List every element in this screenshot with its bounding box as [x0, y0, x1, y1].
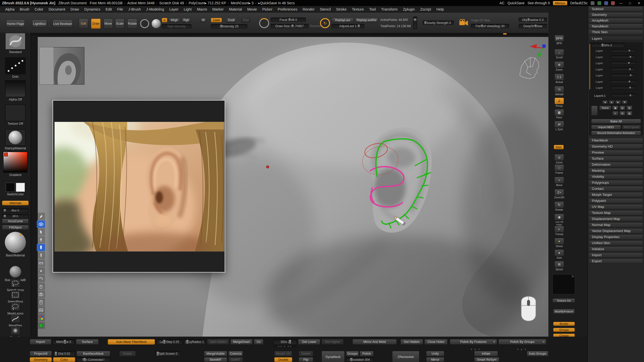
section-nanomesh[interactable]: NanoMesh [589, 24, 643, 29]
dist-0-02-slider[interactable]: Dist 0.02 [53, 351, 75, 356]
scale-button[interactable]: Scale [115, 19, 125, 29]
mirror-button[interactable]: Mirror [426, 357, 444, 362]
right-shelf-scroll[interactable]: ↔Scroll [554, 49, 565, 59]
points-vertical-slider[interactable] [413, 17, 417, 29]
backfacemask-button[interactable]: BackfaceMask [76, 351, 110, 356]
section-deformation[interactable]: Deformation [589, 162, 643, 167]
material-sphere-small[interactable] [10, 266, 21, 278]
material-sphere-icon[interactable] [152, 19, 161, 28]
trash-icon[interactable] [37, 283, 45, 290]
menu-draw[interactable]: Draw [68, 7, 82, 11]
undo-icon[interactable] [37, 275, 45, 282]
axis-toggle-0[interactable]: x y z [471, 348, 481, 350]
split-screen-0-slider[interactable]: Split Screen 0 [155, 351, 181, 356]
layer-row-slider[interactable] [611, 68, 636, 71]
mirror-and-weld-button[interactable]: Mirror And Weld [352, 339, 397, 345]
surface-button[interactable]: Surface [76, 339, 99, 345]
dot-icon[interactable] [37, 267, 45, 275]
auto-groups-button[interactable]: Auto Groups [527, 351, 548, 356]
titlebar-icon-red[interactable] [611, 1, 615, 5]
cursor-icon[interactable] [37, 228, 45, 236]
right-shelf-transp[interactable]: ◐Transp [554, 226, 565, 236]
ruler-icon[interactable] [37, 259, 45, 267]
minimize-button[interactable]: — [618, 1, 624, 5]
right-shelf-frame[interactable]: □Frame [554, 164, 565, 174]
menu-light[interactable]: Light [181, 7, 194, 11]
menu-j-brush[interactable]: J-Brush [126, 7, 144, 11]
focal-shift-icon[interactable] [259, 18, 269, 28]
section-arraymesh[interactable]: ArrayMesh [589, 18, 643, 23]
menu-movie[interactable]: Movie [245, 7, 260, 11]
eye-icon[interactable] [37, 220, 45, 228]
dynamic-label[interactable]: Dynamic [310, 24, 321, 27]
layer-row-slider[interactable] [611, 55, 636, 59]
marker-icon[interactable] [37, 244, 45, 251]
groups-button[interactable]: Groups [553, 328, 575, 332]
layer-row-slider[interactable] [611, 86, 636, 89]
photo-icon[interactable] [37, 306, 45, 313]
deep-shadow-slider[interactable]: DeepShadow [519, 24, 547, 28]
layer-nav-0[interactable]: ◄ [602, 100, 608, 104]
layer-row-slider[interactable] [611, 61, 636, 65]
import-mdd-button[interactable]: Import MDD [591, 125, 621, 129]
live-boolean-button[interactable]: Live Boolean [53, 20, 73, 28]
color-swatch-black[interactable] [6, 183, 15, 192]
titlebar-icon-green[interactable] [597, 1, 601, 5]
replay-icon[interactable]: ↻ [320, 18, 330, 28]
right-shelf-bpr[interactable]: BPRBPR [554, 35, 565, 45]
right-shelf-floor[interactable]: ▦Floor [554, 109, 565, 119]
section-fibermesh[interactable]: FiberMesh [589, 138, 643, 143]
layer-row-slider[interactable] [611, 80, 636, 83]
shelf-scrollbar[interactable] [0, 33, 548, 35]
section-polypaint[interactable]: Polypaint [589, 198, 643, 203]
rgb-intensity-slider[interactable]: Rgb Intensity [162, 24, 191, 28]
right-shelf-xpose[interactable]: ⊞Xpose [554, 261, 565, 271]
draw-button[interactable]: Draw [91, 19, 101, 29]
layer-icon-button-4[interactable]: ⊞ [619, 111, 625, 116]
rgb-button[interactable]: Rgb [181, 18, 191, 22]
menu-transform[interactable]: Transform [379, 7, 400, 11]
right-shelf-rotate[interactable]: ↻Rotate [554, 201, 565, 211]
polish-by-groups-button[interactable]: Polish By Groups [498, 339, 546, 345]
rf-0-slider[interactable]: Rf 0 [2, 214, 29, 218]
section-geometry-hd[interactable]: Geometry HD [589, 144, 643, 149]
right-shelf-zoom3d[interactable]: Z+Zoom3D [554, 189, 565, 199]
section-surface[interactable]: Surface [589, 156, 643, 161]
section-thick-skin[interactable]: Thick Skin [589, 29, 643, 35]
move-button[interactable]: Move [103, 19, 113, 29]
z-intensity-slider[interactable]: Z Intensity 25 [211, 24, 247, 28]
reference-image-window[interactable] [53, 100, 225, 273]
projectall-button[interactable]: ProjectAll [30, 351, 52, 356]
section-import[interactable]: Import [589, 252, 643, 258]
section-morph-target[interactable]: Morph Target [589, 192, 643, 197]
section-display-properties[interactable]: Display Properties [589, 234, 643, 240]
polish-button[interactable]: Polish [360, 351, 374, 356]
menu-picker[interactable]: Picker [260, 7, 275, 11]
del-lower-button[interactable]: Del Lower [298, 339, 320, 345]
layer-icon-button-1[interactable]: ▤ [619, 106, 625, 110]
field-of-view-slider[interactable]: Field of view(deg) 30 [471, 24, 509, 28]
menu-material[interactable]: Material [226, 7, 245, 11]
home-page-button[interactable]: Home Page [6, 20, 25, 28]
right-shelf-l-sym[interactable]: ⇄L.Sym [554, 121, 565, 131]
flip-button[interactable]: Flip [299, 357, 313, 362]
lightbox-button[interactable]: LightBox [32, 20, 47, 28]
section-layers-header[interactable]: Layers [589, 36, 643, 41]
right-shelf-aahalf[interactable]: ½AAHalf [554, 86, 565, 96]
adjust-last-slider[interactable]: AdjustLast 1 [332, 24, 364, 28]
right-shelf-actual[interactable]: 1:1Actual [554, 74, 565, 83]
right-shelf-line-fill-polyf[interactable]: ◉Line Fill PolyF [554, 214, 565, 226]
border-button[interactable]: Border [553, 322, 575, 326]
gravity-strength-slider[interactable]: Gravity Strength 0 [423, 21, 454, 25]
pivot-point[interactable] [266, 166, 269, 168]
reference-thumbnail[interactable] [39, 47, 84, 84]
layer-big-icon-button[interactable] [591, 106, 598, 116]
titlebar-icon-grid[interactable] [591, 1, 594, 5]
section-normal-map[interactable]: Normal Map [589, 222, 643, 228]
accucurve-button[interactable]: AccuCurve [2, 219, 29, 223]
layer-icon-button-0[interactable]: ▣ [612, 106, 618, 110]
angle-of-view-label[interactable]: Angle Of View [471, 19, 490, 22]
thumb-maskpen[interactable] [10, 314, 20, 323]
section-texture-map[interactable]: Texture Map [589, 210, 643, 215]
m-button[interactable]: M [200, 18, 206, 22]
